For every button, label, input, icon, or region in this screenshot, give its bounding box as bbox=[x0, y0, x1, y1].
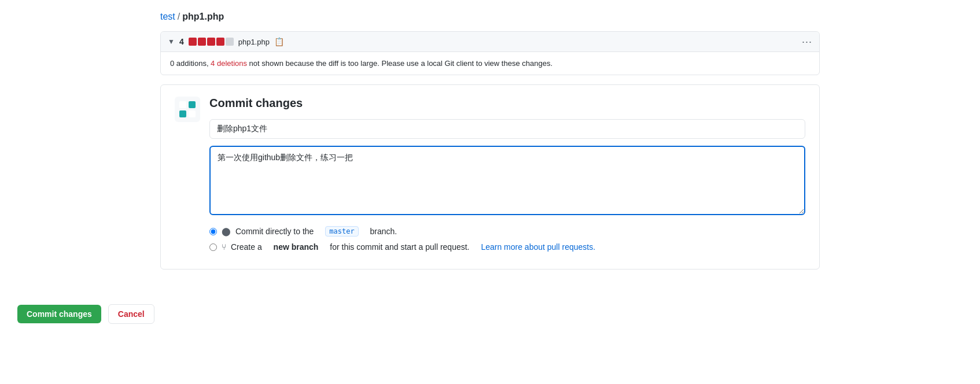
commit-changes-button[interactable]: Commit changes bbox=[17, 305, 101, 323]
branch-badge: master bbox=[325, 226, 358, 237]
radio-branch-bold: new branch bbox=[274, 242, 319, 252]
cancel-button[interactable]: Cancel bbox=[108, 304, 154, 324]
diff-deletion-count: 4 bbox=[179, 37, 184, 46]
diff-filename: php1.php bbox=[238, 38, 270, 46]
radio-direct-label-before: Commit directly to the bbox=[235, 227, 314, 236]
radio-branch-input[interactable] bbox=[209, 243, 217, 251]
radio-branch-before: Create a bbox=[231, 242, 262, 252]
avatar-grid bbox=[179, 101, 196, 117]
diff-message-suffix: not shown because the diff is too large.… bbox=[247, 59, 552, 68]
diff-block-5 bbox=[226, 38, 234, 46]
radio-options: ⬤ Commit directly to the master branch. … bbox=[209, 226, 805, 252]
learn-more-link[interactable]: Learn more about pull requests. bbox=[481, 242, 595, 252]
bottom-buttons: Commit changes Cancel bbox=[0, 293, 980, 335]
avatar-cell-3 bbox=[179, 110, 186, 117]
avatar-cell-1 bbox=[179, 101, 186, 108]
pull-request-icon: ⑂ bbox=[222, 242, 226, 252]
breadcrumb-separator: / bbox=[178, 12, 180, 22]
diff-color-blocks bbox=[189, 38, 234, 46]
radio-branch-after: for this commit and start a pull request… bbox=[330, 242, 469, 252]
radio-direct-label-after: branch. bbox=[370, 227, 397, 236]
diff-block-1 bbox=[189, 38, 197, 46]
radio-option-direct: ⬤ Commit directly to the master branch. bbox=[209, 226, 805, 237]
commit-form-title: Commit changes bbox=[209, 97, 805, 110]
diff-message-prefix: 0 additions, bbox=[170, 59, 211, 68]
diff-message-deletion: 4 deletions bbox=[211, 59, 247, 68]
diff-block-4 bbox=[216, 38, 224, 46]
radio-direct-input[interactable] bbox=[209, 228, 217, 235]
commit-section: Commit changes 第一次使用github删除文件，练习一把 ⬤ Co… bbox=[160, 84, 820, 269]
commit-form: Commit changes 第一次使用github删除文件，练习一把 ⬤ Co… bbox=[209, 97, 805, 257]
commit-branch-icon: ⬤ bbox=[222, 227, 231, 236]
commit-summary-input[interactable] bbox=[209, 119, 805, 139]
diff-chevron-icon[interactable]: ▼ bbox=[168, 38, 175, 46]
diff-header-left: ▼ 4 php1.php 📋 bbox=[168, 37, 284, 46]
avatar-cell-2 bbox=[189, 101, 196, 108]
breadcrumb-filename: php1.php bbox=[182, 12, 224, 22]
diff-box: ▼ 4 php1.php 📋 ··· 0 additions, 4 deleti… bbox=[160, 31, 820, 75]
diff-block-2 bbox=[198, 38, 206, 46]
diff-file-copy-icon[interactable]: 📋 bbox=[274, 37, 284, 46]
breadcrumb: test / php1.php bbox=[160, 12, 820, 22]
radio-option-branch: ⑂ Create a new branch for this commit an… bbox=[209, 242, 805, 252]
breadcrumb-repo-link[interactable]: test bbox=[160, 12, 175, 22]
diff-header: ▼ 4 php1.php 📋 ··· bbox=[161, 32, 819, 52]
commit-description-textarea[interactable]: 第一次使用github删除文件，练习一把 bbox=[209, 146, 805, 215]
diff-more-button[interactable]: ··· bbox=[802, 36, 812, 47]
avatar-cell-4 bbox=[189, 110, 196, 117]
avatar bbox=[175, 97, 200, 122]
diff-block-3 bbox=[207, 38, 215, 46]
diff-message: 0 additions, 4 deletions not shown becau… bbox=[161, 52, 819, 75]
